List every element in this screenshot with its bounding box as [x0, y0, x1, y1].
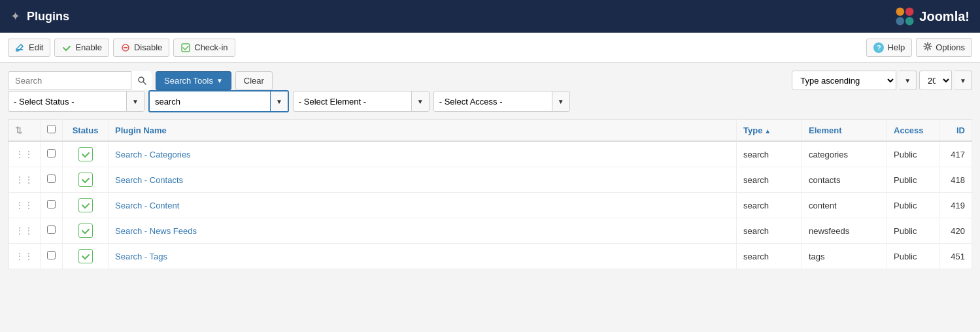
row-checkbox[interactable]: [47, 251, 56, 259]
status-filter-arrow[interactable]: ▼: [126, 91, 144, 111]
status-toggle[interactable]: [78, 173, 93, 187]
toolbar-left: Edit Enable Disable Check-in: [8, 39, 235, 57]
select-all-checkbox[interactable]: [47, 125, 56, 133]
clear-button[interactable]: Clear: [235, 71, 273, 90]
filter-row: - Select Status - ▼ ▼ - Select Element -…: [0, 90, 980, 119]
status-cell: [63, 167, 109, 193]
drag-handle-icon[interactable]: ⋮⋮: [15, 200, 33, 210]
enable-icon: [61, 42, 72, 53]
plugin-link[interactable]: Search - Categories: [115, 150, 191, 159]
search-type-filter-arrow[interactable]: ▼: [270, 91, 288, 111]
header-left: ✦ Plugins: [10, 9, 69, 24]
element-filter[interactable]: - Select Element -: [294, 91, 411, 111]
row-checkbox[interactable]: [47, 225, 56, 234]
drag-handle-icon[interactable]: ⋮⋮: [15, 174, 33, 185]
element-filter-arrow[interactable]: ▼: [411, 91, 429, 111]
table-wrap: ⇅ Status Plugin Name Type Element: [0, 119, 980, 277]
id-cell: 417: [939, 141, 972, 167]
search-icon: [137, 76, 146, 85]
status-toggle[interactable]: [78, 224, 93, 238]
access-cell: Public: [887, 244, 939, 269]
table-row: ⋮⋮ Search - Categories search categories…: [8, 141, 972, 167]
help-button[interactable]: ? Help: [866, 39, 912, 57]
access-filter-wrap: - Select Access - ▼: [433, 91, 570, 112]
check-cell: [41, 167, 63, 193]
check-cell: [41, 193, 63, 218]
search-submit-button[interactable]: [131, 71, 152, 90]
sort-select[interactable]: Type ascending: [792, 71, 896, 90]
name-cell: Search - Categories: [109, 141, 737, 167]
access-value: Public: [894, 201, 917, 210]
disable-button[interactable]: Disable: [113, 39, 169, 57]
chevron-down-icon-5: ▼: [417, 98, 424, 105]
search-tools-button[interactable]: Search Tools ▼: [156, 71, 231, 90]
star-icon: ✦: [10, 9, 20, 24]
drag-handle-icon[interactable]: ⋮⋮: [15, 251, 33, 261]
access-filter[interactable]: - Select Access -: [434, 91, 552, 111]
options-button[interactable]: Options: [916, 38, 972, 57]
enable-button[interactable]: Enable: [54, 39, 109, 57]
type-value: search: [743, 175, 769, 185]
element-cell: tags: [802, 244, 887, 269]
drag-handle-icon[interactable]: ⋮⋮: [15, 225, 33, 236]
col-type-header[interactable]: Type: [737, 120, 802, 142]
sort-select-arrow[interactable]: ▼: [899, 71, 917, 90]
drag-handle-icon[interactable]: ⋮⋮: [15, 149, 33, 159]
row-checkbox[interactable]: [47, 174, 56, 183]
id-cell: 420: [939, 218, 972, 244]
row-checkbox[interactable]: [47, 149, 56, 158]
status-toggle[interactable]: [78, 147, 93, 161]
element-value: contacts: [809, 175, 840, 185]
id-value: 420: [951, 226, 965, 236]
plugin-link[interactable]: Search - Contacts: [115, 175, 183, 185]
col-access-header[interactable]: Access: [887, 120, 939, 142]
col-check-header[interactable]: [41, 120, 63, 142]
drag-cell: ⋮⋮: [8, 244, 41, 269]
help-icon: ?: [873, 42, 884, 53]
status-filter[interactable]: - Select Status -: [8, 91, 126, 111]
disable-label: Disable: [134, 42, 162, 52]
type-cell: search: [737, 218, 802, 244]
chevron-down-icon: ▼: [904, 77, 911, 84]
count-select[interactable]: 20: [919, 71, 952, 90]
check-cell: [41, 244, 63, 269]
checkin-label: Check-in: [194, 42, 228, 52]
drag-cell: ⋮⋮: [8, 141, 41, 167]
id-value: 418: [951, 175, 965, 185]
search-tools-label: Search Tools: [164, 76, 213, 86]
element-cell: contacts: [802, 167, 887, 193]
col-status-header[interactable]: Status: [63, 120, 109, 142]
search-input[interactable]: [8, 71, 152, 90]
status-cell: [63, 193, 109, 218]
col-element-header[interactable]: Element: [802, 120, 887, 142]
checkin-button[interactable]: Check-in: [173, 39, 235, 57]
col-id-header[interactable]: ID: [939, 120, 972, 142]
status-cell: [63, 244, 109, 269]
element-cell: categories: [802, 141, 887, 167]
access-filter-arrow[interactable]: ▼: [552, 91, 569, 111]
edit-icon: [15, 42, 25, 53]
type-cell: search: [737, 193, 802, 218]
chevron-down-icon-4: ▼: [276, 98, 282, 105]
status-filter-wrap: - Select Status - ▼: [8, 91, 144, 112]
search-row-right: Type ascending ▼ 20 ▼: [792, 71, 972, 90]
col-name-header[interactable]: Plugin Name: [109, 120, 737, 142]
edit-button[interactable]: Edit: [8, 39, 50, 57]
name-cell: Search - Contacts: [109, 167, 737, 193]
chevron-down-icon-2: ▼: [960, 77, 966, 84]
id-value: 419: [951, 201, 965, 210]
plugin-link[interactable]: Search - Content: [115, 201, 179, 210]
col-sort-header[interactable]: ⇅: [8, 120, 41, 142]
count-select-arrow[interactable]: ▼: [955, 71, 972, 90]
access-cell: Public: [887, 193, 939, 218]
status-toggle[interactable]: [78, 198, 93, 212]
plugin-link[interactable]: Search - Tags: [115, 252, 167, 261]
status-toggle[interactable]: [78, 249, 93, 263]
id-value: 417: [951, 150, 965, 159]
row-checkbox[interactable]: [47, 200, 56, 208]
table-row: ⋮⋮ Search - Content search content Publi…: [8, 193, 972, 218]
sort-icon: ⇅: [15, 125, 22, 135]
svg-point-8: [926, 45, 930, 48]
search-type-filter[interactable]: [150, 91, 270, 111]
plugin-link[interactable]: Search - News Feeds: [115, 226, 197, 236]
